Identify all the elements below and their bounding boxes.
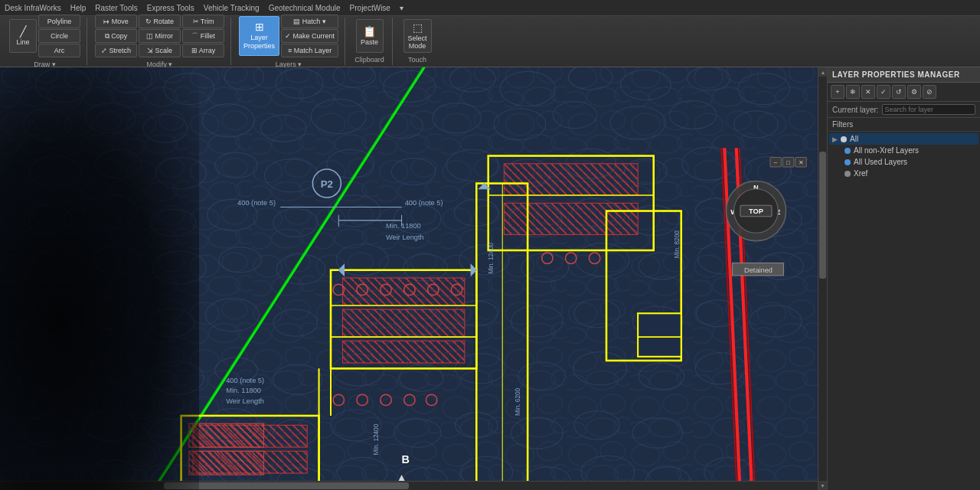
scroll-up-arrow[interactable]: ▲ <box>818 67 827 77</box>
tree-expand-icon: ▶ <box>832 136 838 143</box>
ribbon-group-touch: ⬚ SelectMode Touch <box>394 18 440 65</box>
modify-array-button[interactable]: ⊞ Array <box>182 44 224 57</box>
svg-text:400 (note 5): 400 (note 5) <box>237 199 276 207</box>
layer-panel-toolbar: + ❄ ✕ ✓ ↺ ⚙ ⊘ <box>828 83 980 102</box>
menu-help[interactable]: Help <box>70 4 87 12</box>
settings-button[interactable]: ⚙ <box>907 85 921 99</box>
modify-mirror-button[interactable]: ◫ Mirror <box>139 29 181 43</box>
hatch-button[interactable]: ▤ Hatch ▾ <box>281 15 338 28</box>
svg-text:Detained: Detained <box>744 266 773 274</box>
svg-text:TOP: TOP <box>749 207 763 215</box>
layer-color-dot <box>844 171 851 177</box>
menu-raster[interactable]: Raster Tools <box>95 4 137 12</box>
modify-scale-button[interactable]: ⇲ Scale <box>139 44 181 57</box>
layer-properties-label: LayerProperties <box>243 34 275 51</box>
layer-properties-icon: ⊞ <box>255 21 264 32</box>
menu-projectwise[interactable]: ProjectWise <box>350 4 390 12</box>
svg-text:400 (note 5): 400 (note 5) <box>226 377 264 384</box>
menu-vehicle[interactable]: Vehicle Tracking <box>204 4 260 12</box>
layer-nonxref-label: All non-Xref Layers <box>854 146 919 155</box>
svg-text:✕: ✕ <box>799 159 804 166</box>
paste-button[interactable]: 📋 Paste <box>356 19 384 53</box>
cad-viewport[interactable]: P2 400 (note 5) 400 (note 5) Min. 11800 … <box>0 67 827 490</box>
new-layer-vp-button[interactable]: ❄ <box>846 85 860 99</box>
modify-fillet-button[interactable]: ⌒ Fillet <box>182 29 224 43</box>
layer-color-dot <box>841 136 847 142</box>
layer-tree-item-xref[interactable]: Xref <box>829 168 978 179</box>
svg-text:□: □ <box>786 159 790 166</box>
delete-layer-button[interactable]: ✕ <box>861 85 875 99</box>
select-mode-label: SelectMode <box>408 34 427 50</box>
svg-text:Min. 8200: Min. 8200 <box>674 230 681 259</box>
layer-tree-item-non-xref[interactable]: All non-Xref Layers <box>829 145 978 156</box>
draw-circle-button[interactable]: Circle <box>38 29 80 43</box>
touch-group-label: Touch <box>408 56 426 64</box>
svg-text:Min. 12400: Min. 12400 <box>373 423 380 455</box>
svg-text:400 (note 5): 400 (note 5) <box>405 199 443 207</box>
svg-rect-144 <box>189 451 264 475</box>
svg-rect-132 <box>342 341 464 363</box>
current-layer-label: Current layer: <box>832 106 879 114</box>
clipboard-group-label: Clipboard <box>354 56 384 64</box>
layer-tree-item-all[interactable]: ▶ All <box>829 133 978 145</box>
svg-text:Min. 6200: Min. 6200 <box>514 387 521 416</box>
menu-infraworks[interactable]: Desk InfraWorks <box>5 4 61 12</box>
layer-current-row: Current layer: <box>828 102 980 118</box>
svg-rect-127 <box>504 203 638 234</box>
svg-text:Weir Length: Weir Length <box>386 234 424 241</box>
menu-more[interactable]: ▾ <box>400 4 403 12</box>
scroll-down-arrow[interactable]: ▼ <box>818 481 827 490</box>
current-layer-input[interactable] <box>882 104 975 115</box>
ribbon: ╱ Line Polyline Circle Arc Draw ▾ ↦ Move… <box>0 16 980 67</box>
layer-properties-panel: LAYER PROPERTIES MANAGER + ❄ ✕ ✓ ↺ ⚙ ⊘ C… <box>827 67 980 490</box>
line-icon: ╱ <box>20 26 26 37</box>
ribbon-group-modify: ↦ Move ⧉ Copy ⤢ Stretch ↻ Rotate ◫ Mirro… <box>89 18 231 65</box>
svg-text:P2: P2 <box>321 178 333 190</box>
layer-tree-item-used[interactable]: All Used Layers <box>829 156 978 168</box>
modify-rotate-button[interactable]: ↻ Rotate <box>139 15 181 28</box>
vertical-scrollbar[interactable]: ▲ ▼ <box>818 67 827 490</box>
ribbon-group-draw: ╱ Line Polyline Circle Arc Draw ▾ <box>3 18 87 65</box>
svg-rect-126 <box>504 164 638 195</box>
layer-used-label: All Used Layers <box>854 158 907 166</box>
horizontal-scrollbar[interactable] <box>0 481 818 490</box>
svg-text:Min. 11800: Min. 11800 <box>226 387 261 394</box>
toolbar-menu-bar: Desk InfraWorks Help Raster Tools Expres… <box>0 0 980 16</box>
horizontal-scroll-thumb[interactable] <box>164 482 409 489</box>
svg-rect-143 <box>189 423 264 447</box>
modify-stretch-button[interactable]: ⤢ Stretch <box>95 44 137 57</box>
modify-copy-button[interactable]: ⧉ Copy <box>95 29 137 43</box>
draw-arc-button[interactable]: Arc <box>38 44 80 57</box>
menu-express[interactable]: Express Tools <box>147 4 194 12</box>
menu-geotech[interactable]: Geotechnical Module <box>269 4 341 12</box>
svg-text:B: B <box>402 453 410 466</box>
main-area: P2 400 (note 5) 400 (note 5) Min. 11800 … <box>0 67 980 490</box>
make-current-button[interactable]: ✓ Make Current <box>281 29 338 43</box>
set-current-button[interactable]: ✓ <box>877 85 890 99</box>
paste-icon: 📋 <box>363 26 376 37</box>
draw-line-button[interactable]: ╱ Line <box>9 19 37 53</box>
layer-xref-label: Xref <box>854 169 867 178</box>
modify-trim-button[interactable]: ✂ Trim <box>182 15 224 28</box>
match-layer-button[interactable]: ≡ Match Layer <box>281 44 338 57</box>
filters-label: Filters <box>828 118 980 132</box>
select-mode-icon: ⬚ <box>413 22 423 33</box>
search-pin-button[interactable]: ⊘ <box>923 85 936 99</box>
ribbon-group-layers: ⊞ LayerProperties ▤ Hatch ▾ ✓ Make Curre… <box>233 18 345 65</box>
new-layer-button[interactable]: + <box>831 85 844 99</box>
svg-rect-136 <box>638 313 681 357</box>
refresh-button[interactable]: ↺ <box>892 85 906 99</box>
draw-polyline-button[interactable]: Polyline <box>38 15 80 28</box>
modify-move-button[interactable]: ↦ Move <box>95 15 137 28</box>
svg-text:Min. 12400: Min. 12400 <box>488 243 495 274</box>
layer-properties-button[interactable]: ⊞ LayerProperties <box>239 16 279 56</box>
draw-line-label: Line <box>16 38 29 46</box>
select-mode-button[interactable]: ⬚ SelectMode <box>403 19 432 53</box>
cad-drawing: P2 400 (note 5) 400 (note 5) Min. 11800 … <box>0 67 827 490</box>
svg-text:Min. 11800: Min. 11800 <box>386 222 421 230</box>
layer-color-dot <box>844 148 851 154</box>
paste-label: Paste <box>361 38 378 46</box>
vertical-scroll-thumb[interactable] <box>819 152 826 279</box>
svg-rect-131 <box>342 309 464 337</box>
layer-panel-title: LAYER PROPERTIES MANAGER <box>828 67 980 83</box>
